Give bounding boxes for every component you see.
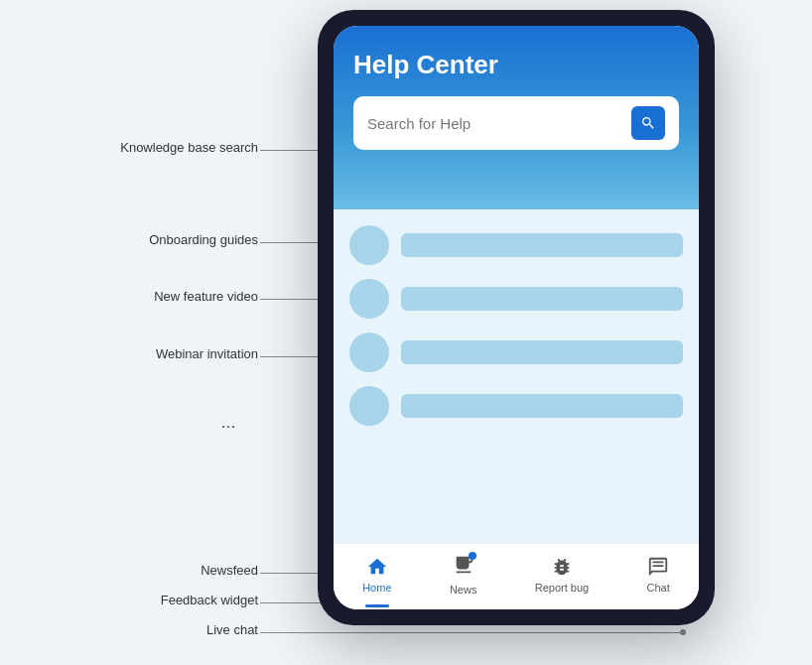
- app-content: [334, 209, 699, 543]
- search-icon: [640, 115, 656, 131]
- news-icon-wrapper: [453, 554, 474, 580]
- home-icon: [366, 556, 388, 578]
- report-bug-label: Report bug: [535, 582, 589, 594]
- list-item-4: [349, 386, 683, 426]
- phone-frame: Help Center: [318, 10, 715, 625]
- knowledge-base-line: [260, 150, 323, 151]
- chat-icon: [647, 556, 669, 578]
- new-feature-annotation: New feature video: [0, 289, 258, 304]
- search-bar: [353, 96, 679, 150]
- news-label: News: [450, 584, 477, 596]
- chat-label: Chat: [647, 582, 670, 594]
- list-item-3: [349, 332, 683, 372]
- app-title: Help Center: [353, 50, 679, 80]
- list-bar-4: [401, 394, 683, 418]
- nav-item-home[interactable]: Home: [362, 556, 391, 594]
- list-item-2: [349, 279, 683, 319]
- list-avatar-1: [349, 225, 389, 265]
- live-chat-line: [260, 632, 683, 633]
- phone-inner: Help Center: [334, 26, 699, 609]
- nav-item-report-bug[interactable]: Report bug: [535, 556, 589, 594]
- home-label: Home: [362, 582, 391, 594]
- news-notification-dot: [469, 552, 476, 560]
- newsfeed-annotation: Newsfeed: [0, 563, 258, 578]
- app-header: Help Center: [334, 26, 699, 209]
- feedback-annotation: Feedback widget: [0, 593, 258, 607]
- onboarding-annotation: Onboarding guides: [0, 232, 258, 247]
- live-chat-dot: [680, 629, 686, 635]
- webinar-annotation: Webinar invitation: [0, 346, 258, 361]
- knowledge-base-annotation: Knowledge base search: [0, 140, 258, 155]
- live-chat-annotation: Live chat: [0, 622, 258, 637]
- list-bar-1: [401, 233, 683, 257]
- search-button[interactable]: [631, 106, 665, 140]
- search-input[interactable]: [367, 115, 623, 132]
- list-bar-3: [401, 340, 683, 364]
- list-item: [349, 225, 683, 265]
- ellipsis-annotation: ...: [199, 412, 258, 433]
- list-bar-2: [401, 287, 683, 311]
- list-avatar-2: [349, 279, 389, 319]
- nav-item-chat[interactable]: Chat: [647, 556, 670, 594]
- bottom-nav: Home News Report bug: [334, 543, 699, 609]
- list-avatar-4: [349, 386, 389, 426]
- bug-icon: [551, 556, 573, 578]
- list-avatar-3: [349, 332, 389, 372]
- nav-item-news[interactable]: News: [450, 554, 477, 596]
